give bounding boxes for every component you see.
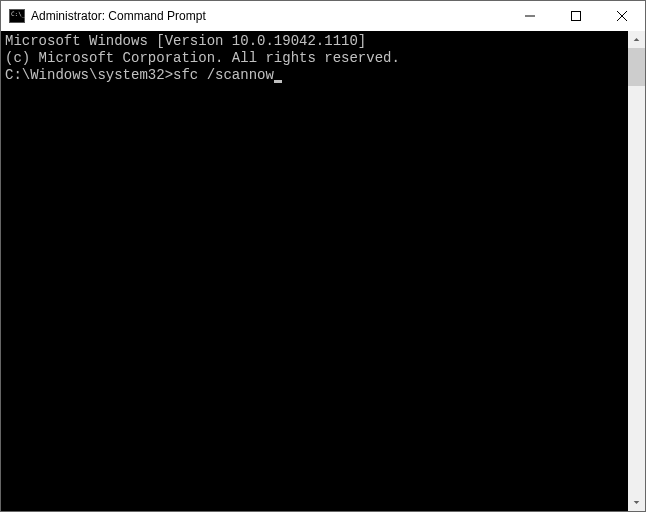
prompt-line: C:\Windows\system32>sfc /scannow bbox=[5, 67, 624, 84]
title-bar[interactable]: Administrator: Command Prompt bbox=[1, 1, 645, 31]
scroll-down-button[interactable] bbox=[628, 494, 645, 511]
prompt-path: C:\Windows\system32> bbox=[5, 67, 173, 83]
minimize-icon bbox=[525, 11, 535, 21]
scroll-thumb[interactable] bbox=[628, 48, 645, 86]
window-controls bbox=[507, 1, 645, 31]
typed-command: sfc /scannow bbox=[173, 67, 274, 83]
vertical-scrollbar[interactable] bbox=[628, 31, 645, 511]
maximize-icon bbox=[571, 11, 581, 21]
text-cursor bbox=[274, 80, 282, 83]
scroll-up-button[interactable] bbox=[628, 31, 645, 48]
command-prompt-window: Administrator: Command Prompt Microsoft … bbox=[0, 0, 646, 512]
output-line: (c) Microsoft Corporation. All rights re… bbox=[5, 50, 624, 67]
minimize-button[interactable] bbox=[507, 1, 553, 31]
chevron-down-icon bbox=[633, 499, 640, 506]
svg-rect-1 bbox=[572, 12, 581, 21]
close-icon bbox=[617, 11, 627, 21]
close-button[interactable] bbox=[599, 1, 645, 31]
chevron-up-icon bbox=[633, 36, 640, 43]
terminal-output[interactable]: Microsoft Windows [Version 10.0.19042.11… bbox=[1, 31, 628, 511]
output-line: Microsoft Windows [Version 10.0.19042.11… bbox=[5, 33, 624, 50]
cmd-icon bbox=[9, 9, 25, 23]
console-area: Microsoft Windows [Version 10.0.19042.11… bbox=[1, 31, 645, 511]
window-title: Administrator: Command Prompt bbox=[31, 9, 507, 23]
maximize-button[interactable] bbox=[553, 1, 599, 31]
scroll-track[interactable] bbox=[628, 48, 645, 494]
